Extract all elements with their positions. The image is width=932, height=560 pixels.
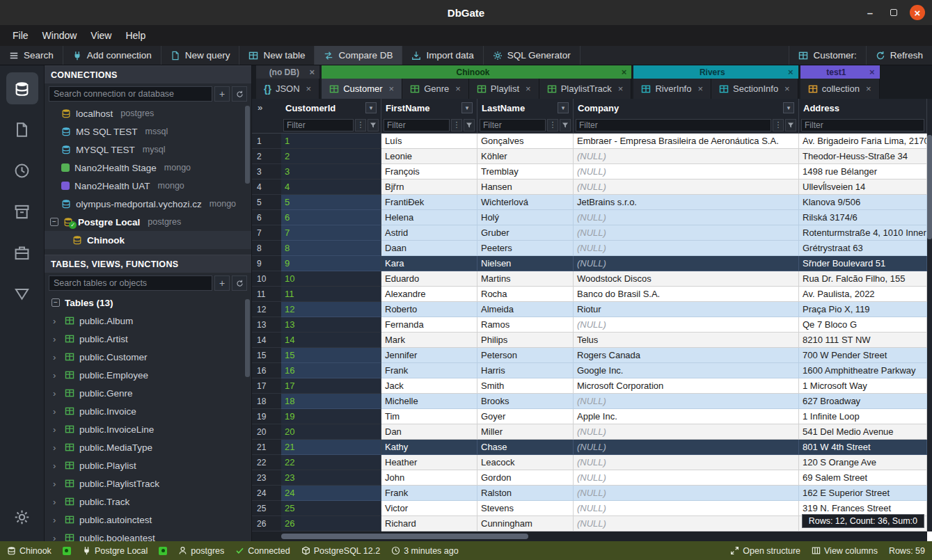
row-number[interactable]: 10 (252, 271, 281, 287)
menu-help[interactable]: Help (118, 27, 152, 44)
chevron-right-icon[interactable]: › (53, 461, 60, 471)
toolbar-button-refresh[interactable]: Refresh (866, 46, 932, 65)
tables-group-row[interactable]: − Tables (13) (45, 294, 251, 312)
grid-cell-address[interactable]: 541 Del Medio Avenue (799, 424, 927, 440)
chevron-down-icon[interactable]: ▾ (461, 102, 473, 113)
statusbar-item-chinook[interactable]: Chinook (7, 546, 52, 556)
grid-cell-address[interactable]: Ullevĺlsveien 14 (799, 179, 927, 195)
filter-menu-icon[interactable]: ⋮ (547, 119, 558, 131)
row-number[interactable]: 18 (252, 394, 281, 409)
grid-cell-company[interactable]: (NULL) (574, 470, 799, 486)
funnel-icon[interactable] (785, 119, 796, 131)
grid-cell-lastname[interactable]: Ramos (477, 317, 574, 333)
grid-cell-company[interactable]: (NULL) (574, 164, 799, 179)
table-item-public-employee[interactable]: › public.Employee (45, 366, 251, 384)
grid-cell-address[interactable]: Praça Pio X, 119 (799, 302, 927, 317)
grid-cell-customerid[interactable]: 24 (281, 486, 381, 501)
table-item-public-playlist[interactable]: › public.Playlist (45, 456, 251, 474)
grid-cell-address[interactable]: Theodor-Heuss-Straße 34 (799, 149, 927, 164)
chevron-right-icon[interactable]: › (53, 424, 60, 435)
rail-database-button[interactable] (6, 72, 38, 104)
grid-cell-address[interactable]: Sřnder Boulevard 51 (799, 256, 927, 271)
db-tab-no-db[interactable]: (no DB) × (256, 65, 319, 79)
grid-cell-address[interactable]: Rotenturmstraße 4, 1010 Innere Stadt (799, 225, 927, 241)
filter-menu-icon[interactable]: ⋮ (355, 119, 366, 131)
grid-cell-firstname[interactable]: Richard (381, 516, 477, 531)
menu-file[interactable]: File (6, 27, 35, 44)
close-icon[interactable]: × (788, 67, 793, 77)
grid-cell-firstname[interactable]: Leonie (381, 149, 477, 164)
scrollbar-thumb[interactable] (927, 135, 932, 239)
grid-cell-address[interactable]: 8210 111 ST NW (799, 333, 927, 348)
column-header-firstname[interactable]: FirstName ▾ (381, 99, 477, 117)
file-tab-sectioninfo[interactable]: SectionInfo × (711, 79, 798, 99)
connection-item-ms-sql-test[interactable]: MS SQL TEST mssql (45, 122, 251, 141)
statusbar-item-postgres[interactable]: postgres (178, 546, 224, 556)
toolbar-button-compare-db[interactable]: Compare DB (315, 46, 402, 65)
grid-cell-customerid[interactable]: 19 (281, 409, 381, 424)
connection-item-localhost[interactable]: localhost postgres (45, 104, 251, 122)
grid-cell-address[interactable]: 1 Infinite Loop (799, 409, 927, 424)
grid-cell-address[interactable]: Grétrystraat 63 (799, 241, 927, 256)
rail-gear-button[interactable] (6, 501, 38, 533)
chevron-right-icon[interactable]: › (53, 497, 60, 507)
grid-cell-firstname[interactable]: Roberto (381, 302, 477, 317)
table-item-public-customer[interactable]: › public.Customer (45, 348, 251, 366)
grid-cell-lastname[interactable]: Rocha (477, 287, 574, 302)
rail-briefcase-button[interactable] (6, 237, 38, 269)
row-number[interactable]: 7 (252, 225, 281, 241)
connection-item-nano2health-uat[interactable]: Nano2Health UAT mongo (45, 177, 251, 195)
row-number[interactable]: 13 (252, 317, 281, 333)
grid-cell-lastname[interactable]: Gonçalves (477, 134, 574, 149)
statusbar-item-rows-59[interactable]: Rows: 59 (889, 546, 925, 556)
grid-cell-address[interactable]: Rua Dr. Falcão Filho, 155 (799, 271, 927, 287)
grid-cell-company[interactable]: Woodstock Discos (574, 271, 799, 287)
close-icon[interactable]: × (455, 83, 461, 94)
filter-input-customerid[interactable] (283, 119, 354, 131)
grid-cell-lastname[interactable]: Philips (477, 333, 574, 348)
chevron-right-icon[interactable]: › (53, 334, 60, 344)
grid-cell-firstname[interactable]: Luís (381, 134, 477, 149)
row-number[interactable]: 11 (252, 287, 281, 302)
grid-cell-address[interactable]: Av. Brigadeiro Faria Lima, 2170 (799, 134, 927, 149)
grid-cell-firstname[interactable]: Daan (381, 241, 477, 256)
row-number[interactable]: 9 (252, 256, 281, 271)
close-icon[interactable]: × (697, 83, 703, 94)
grid-cell-customerid[interactable]: 15 (281, 348, 381, 363)
grid-cell-lastname[interactable]: Martins (477, 271, 574, 287)
filter-input-firstname[interactable] (384, 119, 450, 131)
db-tab-rivers[interactable]: Rivers × (633, 65, 798, 79)
menu-view[interactable]: View (84, 27, 118, 44)
filter-input-lastname[interactable] (480, 119, 546, 131)
maximize-button[interactable] (886, 5, 901, 20)
row-number[interactable]: 2 (252, 149, 281, 164)
row-number[interactable]: 22 (252, 455, 281, 470)
grid-cell-firstname[interactable]: Fernanda (381, 317, 477, 333)
grid-cell-firstname[interactable]: FrantiĐek (381, 195, 477, 210)
row-number[interactable]: 8 (252, 241, 281, 256)
grid-cell-company[interactable]: Banco do Brasil S.A. (574, 287, 799, 302)
scrollbar-thumb[interactable] (281, 534, 528, 539)
row-number[interactable]: 15 (252, 348, 281, 363)
grid-cell-lastname[interactable]: Stevens (477, 501, 574, 516)
grid-cell-firstname[interactable]: Astrid (381, 225, 477, 241)
grid-cell-customerid[interactable]: 25 (281, 501, 381, 516)
row-number[interactable]: 1 (252, 134, 281, 149)
row-number[interactable]: 20 (252, 424, 281, 440)
row-number[interactable]: 16 (252, 363, 281, 378)
grid-cell-address[interactable]: 120 S Orange Ave (799, 455, 927, 470)
scrollbar-thumb[interactable] (245, 106, 250, 184)
column-header-address[interactable]: Address (799, 99, 927, 117)
grid-cell-company[interactable]: (NULL) (574, 516, 799, 531)
grid-cell-lastname[interactable]: Brooks (477, 394, 574, 409)
grid-cell-firstname[interactable]: Eduardo (381, 271, 477, 287)
grid-cell-lastname[interactable]: Miller (477, 424, 574, 440)
grid-cell-company[interactable]: (NULL) (574, 149, 799, 164)
toolbar-button-new-table[interactable]: New table (239, 46, 315, 65)
column-header-customerid[interactable]: CustomerId ▾ (281, 99, 381, 117)
filter-menu-icon[interactable]: ⋮ (451, 119, 462, 131)
grid-cell-address[interactable]: 1 Microsoft Way (799, 378, 927, 394)
statusbar-item-view-columns[interactable]: View columns (812, 546, 878, 556)
close-icon[interactable]: × (784, 83, 790, 94)
grid-cell-company[interactable]: Telus (574, 333, 799, 348)
